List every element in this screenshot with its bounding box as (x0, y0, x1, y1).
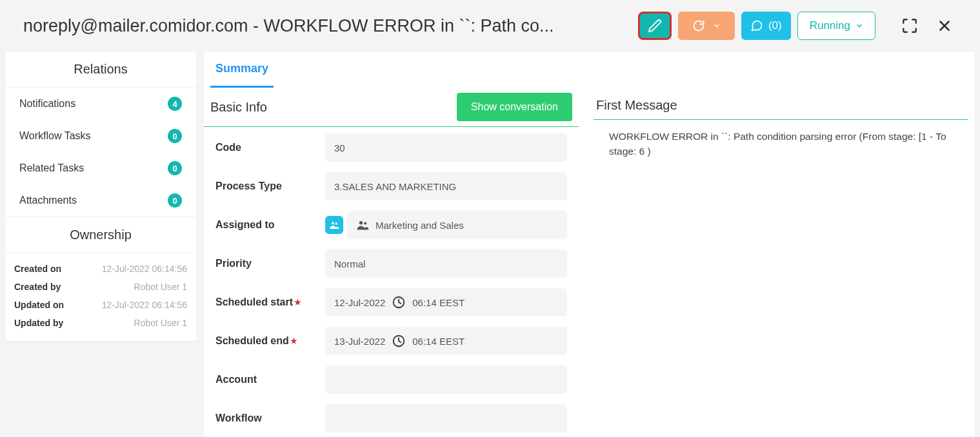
field-label-sched-end: Scheduled end★ (215, 335, 325, 347)
chevron-down-icon (713, 22, 721, 30)
sched-end-date: 13-Jul-2022 (334, 336, 385, 347)
own-label: Updated by (14, 318, 63, 328)
svg-point-3 (335, 222, 337, 224)
page-title: noreply@mailer.comidor.com - WORKFLOW ER… (23, 16, 638, 36)
own-label: Created on (14, 264, 61, 274)
required-star-icon: ★ (294, 298, 301, 307)
field-value-sched-start: 12-Jul-2022 06:14 EEST (325, 288, 567, 316)
tab-summary[interactable]: Summary (210, 52, 274, 88)
sidebar-item-related-tasks[interactable]: Related Tasks 0 (5, 152, 196, 184)
svg-point-2 (332, 222, 334, 224)
field-value-sched-end: 13-Jul-2022 06:14 EEST (325, 327, 567, 355)
field-label-account: Account (215, 374, 325, 385)
field-label-sched-start: Scheduled start★ (215, 296, 325, 308)
sidebar-item-label: Workflow Tasks (19, 130, 91, 142)
first-message-title: First Message (596, 98, 677, 113)
svg-point-5 (364, 222, 366, 224)
ownership-row-created-by: Created by Robot User 1 (14, 278, 187, 296)
field-label-priority: Priority (215, 258, 325, 269)
group-icon-box[interactable] (325, 216, 343, 234)
pencil-icon (648, 19, 662, 33)
close-button[interactable] (932, 14, 957, 38)
refresh-icon (692, 19, 705, 32)
ownership-grid: Created on 12-Jul-2022 06:14:56 Created … (5, 253, 196, 341)
required-star-icon: ★ (290, 336, 297, 345)
toolbar-actions: (0) Running (638, 12, 957, 40)
comments-button[interactable]: (0) (741, 12, 791, 40)
basic-info-section: Basic Info Show conversation Code 30 Pro… (204, 88, 579, 437)
fullscreen-icon (901, 17, 918, 34)
field-value-priority: Normal (325, 249, 567, 278)
sidebar-item-badge: 0 (168, 129, 182, 143)
sidebar-item-notifications[interactable]: Notifications 4 (5, 88, 196, 120)
sched-start-date: 12-Jul-2022 (334, 297, 385, 308)
status-label: Running (810, 19, 850, 32)
field-value-account (325, 365, 567, 394)
field-value-process-type: 3.SALES AND MARKETING (325, 172, 567, 200)
sidebar-item-label: Attachments (19, 195, 77, 206)
field-value-assigned: Marketing and Sales (347, 211, 567, 239)
field-label-workflow: Workflow (215, 413, 325, 424)
own-value: 12-Jul-2022 06:14:56 (102, 264, 187, 274)
ownership-title: Ownership (5, 217, 196, 253)
edit-button[interactable] (638, 12, 672, 40)
first-message-section: First Message WORKFLOW ERROR in ``: Path… (587, 88, 975, 437)
sidebar-item-attachments[interactable]: Attachments 0 (5, 184, 196, 217)
group-icon (329, 220, 339, 230)
own-label: Updated on (14, 300, 64, 310)
field-label-process-type: Process Type (215, 180, 325, 192)
field-value-workflow (325, 404, 567, 432)
sched-end-time: 06:14 EEST (412, 336, 465, 347)
svg-point-4 (359, 221, 363, 224)
own-label: Created by (14, 282, 61, 292)
content-panel: Summary Basic Info Show conversation Cod… (204, 52, 975, 437)
status-dropdown[interactable]: Running (797, 12, 875, 40)
ownership-row-updated-on: Updated on 12-Jul-2022 06:14:56 (14, 296, 187, 314)
clock-icon (392, 334, 406, 348)
relations-card: Relations Notifications 4 Workflow Tasks… (5, 52, 196, 341)
own-value: Robot User 1 (134, 318, 187, 328)
sidebar-item-badge: 0 (168, 161, 182, 175)
assigned-text: Marketing and Sales (375, 220, 464, 231)
sidebar-item-label: Related Tasks (19, 162, 84, 174)
sidebar-item-label: Notifications (19, 98, 75, 110)
chevron-down-icon (855, 22, 863, 30)
close-icon (936, 17, 953, 34)
ownership-row-updated-by: Updated by Robot User 1 (14, 314, 187, 332)
sidebar: Relations Notifications 4 Workflow Tasks… (5, 52, 196, 437)
basic-info-title: Basic Info (210, 100, 267, 115)
show-conversation-button[interactable]: Show conversation (457, 93, 572, 121)
comment-icon (750, 19, 763, 32)
own-value: Robot User 1 (134, 282, 187, 292)
field-label-code: Code (215, 142, 325, 153)
first-message-body: WORKFLOW ERROR in ``: Path condition par… (594, 120, 968, 168)
relations-title: Relations (5, 52, 196, 88)
clock-icon (392, 295, 406, 309)
users-icon (356, 218, 369, 231)
fullscreen-button[interactable] (897, 14, 922, 38)
field-value-code: 30 (325, 133, 567, 162)
sidebar-item-workflow-tasks[interactable]: Workflow Tasks 0 (5, 120, 196, 152)
field-label-assigned: Assigned to (215, 219, 325, 231)
sched-start-time: 06:14 EEST (412, 297, 465, 308)
refresh-dropdown-button[interactable] (678, 12, 735, 40)
own-value: 12-Jul-2022 06:14:56 (102, 300, 187, 310)
sidebar-item-badge: 0 (168, 193, 182, 208)
sidebar-item-badge: 4 (168, 97, 182, 111)
ownership-row-created-on: Created on 12-Jul-2022 06:14:56 (14, 260, 187, 278)
comments-count: (0) (768, 19, 782, 32)
